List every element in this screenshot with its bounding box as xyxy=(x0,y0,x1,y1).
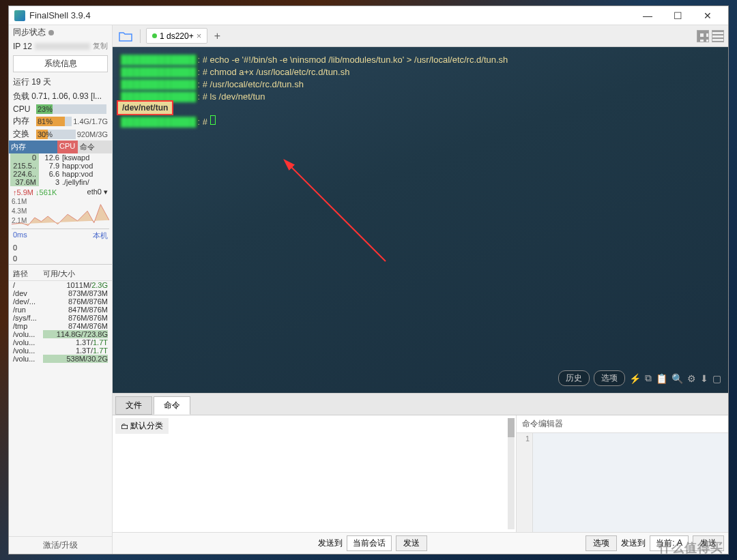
maximize-button[interactable]: ☐ xyxy=(663,6,693,25)
path-row[interactable]: /1011M/2.3G xyxy=(9,281,112,289)
location-select[interactable]: 本机 xyxy=(93,231,108,241)
category-item[interactable]: 🗀 默认分类 xyxy=(115,418,169,434)
path-row[interactable]: /run847M/876M xyxy=(9,306,112,314)
cursor-icon xyxy=(210,115,216,125)
terminal-line: ████████████: # ls /dev/net/tun xyxy=(119,91,721,103)
lower-panel: 文件 命令 🗀 默认分类 命令编辑器 1 xyxy=(113,393,728,554)
path-row[interactable]: /volu...114.8G/723.8G xyxy=(9,330,112,338)
bolt-icon[interactable]: ⚡ xyxy=(629,373,641,384)
svg-line-0 xyxy=(290,166,386,261)
path-row[interactable]: /tmp874M/876M xyxy=(9,322,112,330)
options-button[interactable]: 选项 xyxy=(594,370,625,386)
tab-bar: 1 ds220+ × + xyxy=(113,25,728,47)
terminal-line: ████████████: # /usr/local/etc/rc.d/tun.… xyxy=(119,78,721,91)
sidebar: 同步状态 IP 12 复制 系统信息 运行 19 天 负载 0.71, 1.06… xyxy=(9,25,113,554)
add-tab-button[interactable]: + xyxy=(210,30,224,42)
network-chart: 6.1M 4.3M 2.1M xyxy=(12,198,109,229)
path-row[interactable]: /dev873M/873M xyxy=(9,289,112,297)
path-row[interactable]: /dev/...876M/876M xyxy=(9,297,112,306)
terminal-toolbar: 历史 选项 ⚡ ⧉ 📋 🔍 ⚙ ⬇ ▢ xyxy=(558,370,721,386)
terminal-line: ████████████: # echo -e '#!/bin/sh -e \n… xyxy=(119,54,721,66)
minimize-button[interactable]: — xyxy=(633,6,663,25)
folder-icon: 🗀 xyxy=(121,422,129,431)
editor-title: 命令编辑器 xyxy=(517,415,728,433)
tab-file[interactable]: 文件 xyxy=(115,396,152,415)
path-row[interactable]: /sys/f...876M/876M xyxy=(9,314,112,322)
window-title: FinalShell 3.9.4 xyxy=(29,10,633,20)
highlighted-output: /dev/net/tun xyxy=(117,100,173,115)
annotation-arrow-icon xyxy=(283,159,406,268)
tab-close-icon[interactable]: × xyxy=(197,31,202,41)
search-icon[interactable]: 🔍 xyxy=(671,373,683,384)
history-button[interactable]: 历史 xyxy=(558,370,590,386)
load-text: 负载 0.71, 1.06, 0.93 [l... xyxy=(9,89,112,104)
path-list: /1011M/2.3G/dev873M/873M/dev/...876M/876… xyxy=(9,281,112,363)
app-window: FinalShell 3.9.4 — ☐ ✕ 同步状态 IP 12 复制 系统信… xyxy=(8,5,729,555)
content-area: 1 ds220+ × + ████████████: # echo -e '#!… xyxy=(113,25,728,554)
activate-link[interactable]: 激活/升级 xyxy=(9,536,112,554)
copy-icon[interactable]: ⧉ xyxy=(645,372,652,384)
session-select[interactable]: 当前会话 xyxy=(347,535,392,551)
ping-row: 0ms 本机 xyxy=(9,229,112,242)
lower-tabs: 文件 命令 xyxy=(113,394,728,415)
swap-metric: 交换 30% 920M/3G xyxy=(9,128,112,141)
mem-metric: 内存 81% 1.4G/1.7G xyxy=(9,115,112,128)
tab-ds220[interactable]: 1 ds220+ × xyxy=(146,28,207,44)
tab-command[interactable]: 命令 xyxy=(154,396,190,415)
process-list: 012.6[kswapd215.5..7.9happ:vod224.6..6.6… xyxy=(9,153,112,186)
copy-ip-link[interactable]: 复制 xyxy=(93,41,108,51)
close-button[interactable]: ✕ xyxy=(693,6,723,25)
editor-textarea[interactable] xyxy=(533,433,728,532)
ip-row: IP 12 复制 xyxy=(9,40,112,53)
download-icon[interactable]: ⬇ xyxy=(700,373,708,384)
grid-view-icon[interactable] xyxy=(697,30,709,42)
path-row[interactable]: /volu...538M/30.2G xyxy=(9,355,112,363)
category-panel: 🗀 默认分类 xyxy=(113,415,517,532)
gear-icon[interactable]: ⚙ xyxy=(687,373,696,384)
send-button[interactable]: 发送 xyxy=(396,535,427,551)
terminal[interactable]: ████████████: # echo -e '#!/bin/sh -e \n… xyxy=(113,47,728,393)
process-row[interactable]: 224.6..6.6happ:vod xyxy=(9,170,112,178)
sync-status: 同步状态 xyxy=(9,25,112,40)
folder-icon[interactable] xyxy=(117,29,134,44)
path-header: 路径 可用/大小 xyxy=(9,267,112,281)
app-icon xyxy=(14,10,25,21)
cpu-metric: CPU 23% xyxy=(9,104,112,115)
scrollbar[interactable] xyxy=(508,418,515,529)
line-gutter: 1 xyxy=(517,433,533,532)
list-view-icon[interactable] xyxy=(712,30,724,42)
status-dot-icon xyxy=(48,30,54,35)
command-editor-panel: 命令编辑器 1 xyxy=(517,415,728,532)
process-header: 内存 CPU 命令 xyxy=(9,141,112,153)
path-row[interactable]: /volu...1.3T/1.7T xyxy=(9,338,112,347)
process-row[interactable]: 37.6M3./jellyfin/ xyxy=(9,178,112,186)
fullscreen-icon[interactable]: ▢ xyxy=(712,373,721,384)
titlebar: FinalShell 3.9.4 — ☐ ✕ xyxy=(9,6,728,25)
process-row[interactable]: 012.6[kswapd xyxy=(9,153,112,162)
lower-footer: 发送到 当前会话 发送 选项 发送到 当前: A 发送 xyxy=(113,532,728,554)
paste-icon[interactable]: 📋 xyxy=(656,373,667,384)
uptime-text: 运行 19 天 xyxy=(9,75,112,89)
options-button-2[interactable]: 选项 xyxy=(586,535,617,551)
system-info-button[interactable]: 系统信息 xyxy=(13,55,108,72)
path-row[interactable]: /volu...1.3T/1.7T xyxy=(9,347,112,355)
process-row[interactable]: 215.5..7.9happ:vod xyxy=(9,162,112,170)
watermark: 什么值得买 xyxy=(659,540,723,556)
connected-dot-icon xyxy=(152,33,157,38)
network-stats: ↑5.9M ↓561K eth0 ▾ xyxy=(9,186,112,198)
terminal-line: ████████████: # chmod a+x /usr/local/etc… xyxy=(119,66,721,78)
interface-select[interactable]: eth0 ▾ xyxy=(87,188,108,196)
